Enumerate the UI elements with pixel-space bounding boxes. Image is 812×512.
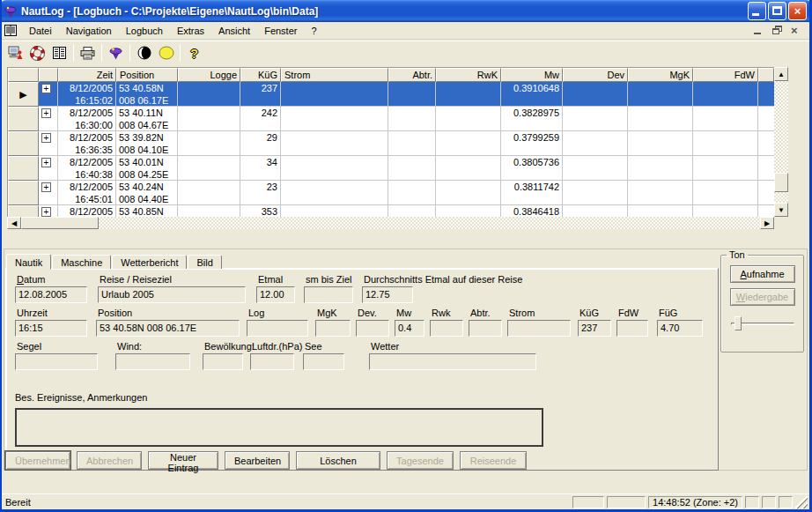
bewoelkung-field[interactable] [203, 353, 243, 370]
menu-datei[interactable]: Datei [22, 24, 59, 38]
col-fdw[interactable]: FdW [693, 68, 758, 82]
lifebuoy-icon[interactable] [26, 43, 48, 63]
horizontal-scrollbar[interactable]: ◀ ▶ [7, 217, 774, 229]
wiedergabe-button[interactable]: Wiedergabe [730, 288, 795, 306]
menu-fenster[interactable]: Fenster [257, 24, 304, 38]
vertical-scrollbar[interactable]: ▲ ▼ [774, 67, 788, 217]
mdi-close-button[interactable]: × [789, 25, 802, 36]
reise-field[interactable]: Urlaub 2005 [98, 286, 246, 303]
table-row[interactable]: + 8/12/200516:36:35 53 39.82N008 04.10E … [8, 131, 774, 156]
fug-field[interactable]: 4.70 [657, 320, 703, 337]
sm-bis-ziel-field[interactable] [304, 286, 353, 303]
menu-ansicht[interactable]: Ansicht [211, 24, 257, 38]
neuer-eintrag-button[interactable]: Neuer Eintrag [148, 451, 218, 470]
row-selector[interactable] [8, 156, 39, 181]
menu-navigation[interactable]: Navigation [59, 24, 119, 38]
loeschen-button[interactable]: Löschen [296, 451, 380, 470]
slider-thumb[interactable] [734, 316, 742, 330]
tab-bild[interactable]: Bild [188, 255, 221, 269]
col-logge[interactable]: Logge [178, 68, 240, 82]
nautlog-top-icon[interactable] [105, 43, 127, 63]
mdi-restore-button[interactable] [771, 25, 784, 36]
log-field[interactable] [247, 320, 308, 337]
durchschnitt-field[interactable]: 12.75 [362, 286, 413, 303]
fdw-field[interactable] [616, 320, 648, 337]
col-position[interactable]: Position [116, 68, 178, 82]
table-row[interactable]: + 8/12/200516:45:01 53 40.24N008 04.40E … [8, 181, 774, 205]
etmal-field[interactable]: 12.00 [256, 286, 295, 303]
row-selector[interactable] [8, 131, 39, 156]
bewoelkung-label: Bewölkung: [203, 341, 243, 353]
vertical-scroll-thumb[interactable] [774, 173, 788, 192]
col-strom[interactable]: Strom [281, 68, 388, 82]
aufnahme-button[interactable]: Aufnahme [730, 265, 795, 283]
rwk-field[interactable] [430, 320, 463, 337]
col-expand[interactable] [39, 68, 58, 82]
horizontal-scroll-thumb[interactable] [21, 217, 99, 229]
col-mgk[interactable]: MgK [628, 68, 693, 82]
tab-nautik[interactable]: Nautik [6, 254, 51, 270]
wind-field[interactable] [115, 353, 190, 370]
table-row[interactable]: + 8/12/2005 53 40.85N 353 0.3846418 [8, 205, 774, 218]
logbook-icon[interactable] [48, 43, 70, 63]
segel-field[interactable] [15, 353, 98, 370]
tagesende-button[interactable]: Tagesende [387, 451, 454, 470]
close-button[interactable]: × [788, 2, 807, 20]
minimize-button[interactable] [748, 2, 766, 20]
grid-header-row: Zeit Position Logge KüG Strom Abtr. RwK … [8, 68, 774, 82]
mdi-minimize-button[interactable] [752, 25, 765, 36]
col-mw[interactable]: Mw [501, 68, 563, 82]
menu-help[interactable]: ? [304, 24, 323, 38]
table-row[interactable]: + 8/12/200516:40:38 53 40.01N008 04.25E … [8, 156, 774, 181]
row-selector[interactable] [8, 205, 39, 218]
mgk-field[interactable] [315, 320, 351, 337]
table-row[interactable]: + 8/12/200516:30:00 53 40.11N008 04.67E … [8, 107, 774, 131]
tab-maschine[interactable]: Maschine [52, 255, 111, 269]
col-zeit[interactable]: Zeit [58, 68, 116, 82]
datum-field[interactable]: 12.08.2005 [15, 286, 87, 303]
sm-bis-ziel-label: sm bis Ziel [304, 274, 353, 286]
abtr-field[interactable] [469, 320, 502, 337]
kug-field[interactable]: 237 [578, 320, 611, 337]
position-field[interactable]: 53 40.58N 008 06.17E [96, 320, 240, 337]
scroll-down-icon[interactable]: ▼ [774, 203, 788, 217]
col-dev[interactable]: Dev [563, 68, 628, 82]
export-icon[interactable] [4, 43, 26, 63]
luftdruck-field[interactable] [250, 353, 294, 370]
help-icon[interactable]: ? [183, 43, 205, 63]
dev-field[interactable] [356, 320, 389, 337]
abbrechen-button[interactable]: Abbrechen [77, 451, 142, 470]
col-abtr[interactable]: Abtr. [388, 68, 436, 82]
row-selector[interactable] [8, 107, 39, 131]
strom-field[interactable] [507, 320, 571, 337]
row-selector[interactable] [8, 181, 39, 205]
scroll-up-icon[interactable]: ▲ [774, 67, 788, 81]
anmerkungen-textarea[interactable] [15, 408, 543, 447]
col-rwk[interactable]: RwK [436, 68, 501, 82]
scroll-left-icon[interactable]: ◀ [7, 217, 21, 229]
volume-slider[interactable] [731, 315, 794, 332]
ton-groupbox: Ton Aufnahme Wiedergabe [720, 249, 804, 352]
uebernehmen-button[interactable]: Übernehmen [5, 451, 70, 470]
reiseende-button[interactable]: Reiseende [460, 451, 527, 470]
maximize-button[interactable] [768, 2, 786, 20]
see-field[interactable] [303, 353, 344, 370]
col-extra [758, 68, 774, 82]
night-icon[interactable] [133, 43, 155, 63]
tab-wetterbericht[interactable]: Wetterbericht [112, 255, 187, 269]
menu-extras[interactable]: Extras [170, 24, 211, 38]
grid-corner[interactable] [8, 68, 39, 82]
menu-logbuch[interactable]: Logbuch [119, 24, 170, 38]
print-icon[interactable] [77, 43, 99, 63]
bearbeiten-button[interactable]: Bearbeiten [225, 451, 290, 470]
uhrzeit-field[interactable]: 16:15 [15, 320, 87, 337]
mw-field[interactable]: 0.4 [395, 320, 424, 337]
row-selector[interactable]: ▶ [8, 82, 39, 107]
wetter-field[interactable] [369, 353, 536, 370]
day-icon[interactable] [155, 43, 177, 63]
resize-grip[interactable] [795, 496, 808, 508]
scroll-right-icon[interactable]: ▶ [760, 217, 774, 229]
col-kug[interactable]: KüG [240, 68, 281, 82]
table-row-selected[interactable]: ▶ + 8/12/200516:15:02 53 40.58N008 06.17… [8, 82, 774, 107]
document-icon[interactable] [4, 25, 17, 36]
